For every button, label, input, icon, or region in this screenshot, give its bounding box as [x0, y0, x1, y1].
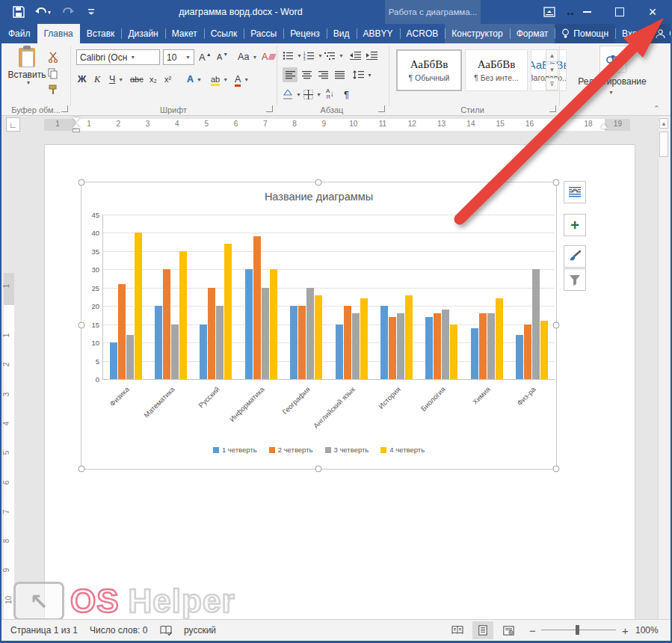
document-page[interactable]: Название диаграммы 1 четверть2 четверть3…	[44, 144, 635, 621]
tab-дизайн[interactable]: Дизайн	[121, 24, 164, 43]
scrollbar-thumb[interactable]	[659, 132, 668, 157]
legend-item[interactable]: 2 четверть	[269, 446, 313, 454]
word-count[interactable]: Число слов: 0	[90, 620, 147, 641]
styles-scroll-down-button[interactable]: ▼	[546, 64, 558, 76]
indent-markers[interactable]	[73, 117, 81, 134]
font-size-combo[interactable]: 10▼	[163, 49, 194, 65]
selection-handle[interactable]	[553, 179, 560, 186]
show-paragraph-marks-button[interactable]: ¶	[344, 87, 349, 102]
close-button[interactable]: ×	[640, 0, 665, 24]
numbering-button[interactable]: 123▼	[303, 48, 323, 63]
chart-filters-button[interactable]	[564, 268, 586, 291]
maximize-button[interactable]	[607, 0, 632, 24]
zoom-in-button[interactable]: +	[622, 620, 629, 641]
change-case-button[interactable]: Аа▼	[238, 49, 257, 64]
copy-button[interactable]	[48, 66, 58, 81]
style-card-2[interactable]: АаБбВв¶ Без инте...	[465, 49, 528, 91]
style-card-1[interactable]: АаБбВв¶ Обычный	[396, 49, 462, 91]
tab-общий-доступ[interactable]: Общий доступ	[649, 24, 672, 43]
page-indicator[interactable]: Страница 1 из 1	[10, 620, 78, 641]
minimize-button[interactable]	[574, 0, 599, 24]
editing-group-button[interactable]: Редактирование	[564, 76, 661, 87]
read-mode-button[interactable]	[447, 621, 468, 639]
selection-handle[interactable]	[78, 322, 85, 329]
collapse-ribbon-button[interactable]: ⌃	[653, 104, 660, 114]
sort-button[interactable]: АЯ↓	[326, 87, 334, 102]
language-indicator[interactable]: русский	[184, 620, 216, 641]
shading-button[interactable]: ▼	[283, 87, 301, 102]
tab-вход[interactable]: Вход	[615, 24, 649, 43]
bold-button[interactable]: Ж	[78, 72, 86, 87]
tab-вставк[interactable]: Вставк	[80, 24, 122, 43]
tab-ссылк[interactable]: Ссылк	[204, 24, 244, 43]
tab-конструктор[interactable]: Конструктор	[445, 24, 509, 43]
tab-abbyy[interactable]: ABBYY	[357, 24, 400, 43]
save-button[interactable]	[12, 3, 25, 21]
clear-formatting-button[interactable]: А	[262, 49, 275, 64]
bullets-button[interactable]: ▼	[283, 48, 302, 63]
superscript-button[interactable]: x²	[164, 72, 171, 87]
tab-файл[interactable]: Файл	[1, 24, 37, 43]
proofing-button[interactable]	[160, 620, 172, 641]
justify-button[interactable]	[332, 67, 347, 82]
layout-options-button[interactable]	[564, 181, 586, 203]
paste-button[interactable]: Вставить ▼	[7, 48, 46, 105]
tab-stop-selector[interactable]: ∟	[6, 117, 20, 132]
font-dialog-launcher[interactable]	[266, 105, 273, 112]
align-right-button[interactable]	[315, 67, 330, 82]
undo-button[interactable]	[35, 3, 52, 21]
customize-qat-button[interactable]	[84, 3, 98, 21]
font-color-button[interactable]: А▼	[235, 72, 249, 87]
italic-button[interactable]: К	[94, 72, 100, 87]
tab-реценз[interactable]: Реценз	[283, 24, 327, 43]
align-center-button[interactable]	[299, 67, 314, 82]
paragraph-dialog-launcher[interactable]	[378, 105, 385, 112]
legend-item[interactable]: 1 четверть	[213, 446, 257, 454]
selection-handle[interactable]	[315, 179, 322, 186]
contextual-tab-group-label[interactable]: Работа с диаграмма...	[385, 0, 481, 24]
cut-button[interactable]	[48, 49, 59, 64]
underline-button[interactable]: Ч▼	[109, 72, 123, 87]
selection-handle[interactable]	[78, 179, 85, 186]
selection-handle[interactable]	[315, 466, 322, 473]
clipboard-dialog-launcher[interactable]	[61, 105, 68, 112]
subscript-button[interactable]: x₂	[149, 72, 157, 87]
borders-button[interactable]: ▼	[303, 87, 321, 102]
tab-главна[interactable]: Главна	[37, 24, 80, 43]
format-painter-button[interactable]	[48, 82, 58, 97]
align-left-button[interactable]	[283, 67, 298, 82]
zoom-out-button[interactable]: −	[529, 620, 536, 641]
find-button[interactable]	[599, 46, 626, 73]
multilevel-list-button[interactable]: ▼	[324, 48, 344, 63]
grow-font-button[interactable]: А▲	[199, 49, 212, 64]
chart-title[interactable]: Название диаграммы	[81, 191, 556, 203]
vertical-scrollbar[interactable]: ▲	[658, 117, 670, 621]
tab-помощн[interactable]: Помощн	[555, 24, 615, 43]
selection-handle[interactable]	[553, 322, 560, 329]
print-layout-button[interactable]	[472, 621, 493, 639]
shrink-font-button[interactable]: А▼	[217, 49, 228, 64]
chart-object[interactable]: Название диаграммы 1 четверть2 четверть3…	[81, 182, 557, 470]
tab-макет[interactable]: Макет	[165, 24, 204, 43]
legend-item[interactable]: 3 четверть	[325, 446, 369, 454]
font-name-combo[interactable]: Calibri (Осн▼	[76, 49, 160, 65]
tab-рассы[interactable]: Рассы	[244, 24, 283, 43]
strikethrough-button[interactable]: abc	[130, 72, 144, 87]
zoom-slider-thumb[interactable]	[576, 625, 579, 635]
styles-dialog-launcher[interactable]	[549, 105, 556, 112]
highlight-color-button[interactable]: ab▼	[211, 72, 228, 87]
decrease-indent-button[interactable]	[350, 48, 361, 63]
styles-scroll-up-button[interactable]: ▲	[546, 49, 558, 62]
scroll-up-button[interactable]: ▲	[659, 118, 668, 129]
tab-acrob[interactable]: ACROB	[400, 24, 446, 43]
selection-handle[interactable]	[553, 466, 560, 473]
tab-вид[interactable]: Вид	[327, 24, 357, 43]
chart-styles-button[interactable]	[564, 245, 586, 268]
styles-more-button[interactable]: ⊽	[546, 78, 558, 90]
line-spacing-button[interactable]: ▼	[353, 67, 372, 82]
chart-elements-button[interactable]: +	[564, 214, 586, 236]
right-indent-marker[interactable]	[600, 123, 608, 129]
redo-button[interactable]	[61, 3, 75, 21]
increase-indent-button[interactable]	[366, 48, 377, 63]
tab-формат[interactable]: Формат	[510, 24, 555, 43]
